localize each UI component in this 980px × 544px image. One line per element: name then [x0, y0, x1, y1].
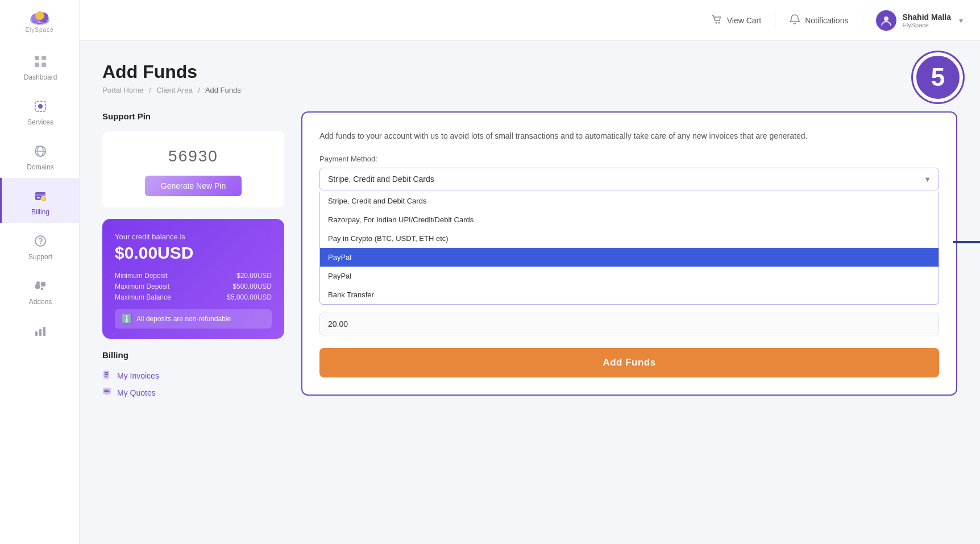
- support-icon: [31, 232, 49, 250]
- domains-icon: www: [31, 142, 49, 160]
- page-content-area: 5 Add Funds Portal Home / Client Area / …: [80, 41, 980, 544]
- sidebar-nav: Dashboard Services www: [0, 43, 79, 350]
- sidebar-logo: ElySpace: [0, 0, 79, 43]
- refund-notice-text: All deposits are non-refundable: [136, 315, 231, 323]
- arrow-line: [953, 241, 980, 243]
- info-icon: ℹ️: [122, 314, 132, 324]
- svg-rect-33: [105, 372, 108, 373]
- sidebar-item-services[interactable]: Services: [0, 88, 79, 133]
- logo-label: ElySpace: [25, 27, 53, 33]
- svg-rect-34: [105, 374, 108, 375]
- max-deposit-label: Maximum Deposit: [115, 283, 169, 290]
- svg-point-21: [40, 243, 41, 244]
- my-invoices-link[interactable]: My Invoices: [102, 370, 284, 381]
- sidebar-item-label-billing: Billing: [31, 208, 49, 216]
- sidebar-item-label-domains: Domains: [27, 163, 53, 171]
- dropdown-option-razorpay[interactable]: Razorpay, For Indian UPI/Credit/Debit Ca…: [320, 210, 939, 229]
- dropdown-option-crypto[interactable]: Pay in Crypto (BTC, USDT, ETH etc): [320, 229, 939, 248]
- cart-icon: [711, 14, 722, 27]
- user-text-block: Shahid Malla ElySpace: [902, 13, 951, 28]
- breadcrumb: Portal Home / Client Area / Add Funds: [102, 86, 957, 94]
- my-invoices-label: My Invoices: [117, 371, 159, 380]
- two-col-layout: Support Pin 56930 Generate New Pin Your …: [102, 111, 957, 404]
- dropdown-option-bank[interactable]: Bank Transfer: [320, 285, 939, 304]
- user-avatar: [876, 10, 896, 31]
- credit-balance-card: Your credit balance is $0.00USD Minimum …: [102, 219, 284, 339]
- notifications-action[interactable]: Notifications: [789, 14, 848, 27]
- user-name: Shahid Malla: [902, 13, 951, 22]
- sidebar-item-label-dashboard: Dashboard: [24, 73, 57, 81]
- generate-pin-button[interactable]: Generate New Pin: [145, 176, 242, 196]
- svg-rect-26: [35, 331, 38, 336]
- sidebar: ElySpace Dashboard S: [0, 0, 80, 544]
- svg-rect-5: [41, 56, 46, 60]
- max-deposit-row: Maximum Deposit $500.00USD: [115, 283, 272, 290]
- svg-point-29: [715, 22, 717, 24]
- dropdown-option-paypal-selected[interactable]: PayPal: [320, 248, 939, 267]
- billing-section-label: Billing: [102, 350, 284, 360]
- amount-input[interactable]: [319, 313, 939, 335]
- sidebar-item-dashboard[interactable]: Dashboard: [0, 43, 79, 88]
- balance-amount: $0.00USD: [115, 243, 272, 263]
- support-pin-label: Support Pin: [102, 111, 284, 121]
- payment-method-dropdown[interactable]: Stripe, Credit and Debit Cards Razorpay,…: [319, 168, 939, 190]
- user-menu[interactable]: Shahid Malla ElySpace ▾: [876, 10, 963, 31]
- breadcrumb-current: Add Funds: [205, 86, 241, 94]
- min-deposit-value: $20.00USD: [236, 272, 272, 280]
- add-funds-button[interactable]: Add Funds: [319, 348, 939, 377]
- main-content: View Cart Notifications Shahid Malla: [80, 0, 980, 544]
- svg-rect-17: [37, 197, 40, 198]
- svg-rect-7: [41, 63, 46, 67]
- sidebar-item-label-addons: Addons: [29, 298, 52, 306]
- breadcrumb-client-area[interactable]: Client Area: [156, 86, 193, 94]
- services-icon: [31, 97, 49, 115]
- sidebar-item-support[interactable]: Support: [0, 223, 79, 268]
- breadcrumb-sep-1: /: [149, 86, 151, 94]
- my-quotes-label: My Quotes: [117, 388, 156, 397]
- my-quotes-link[interactable]: My Quotes: [102, 387, 284, 398]
- billing-icon: $: [31, 187, 49, 205]
- sidebar-item-addons[interactable]: Addons: [0, 268, 79, 313]
- logo-icon: [27, 10, 52, 26]
- payment-method-select[interactable]: Stripe, Credit and Debit Cards Razorpay,…: [319, 168, 939, 190]
- dropdown-list-open: Stripe, Credit and Debit Cards Razorpay,…: [319, 192, 939, 305]
- pin-number: 56930: [114, 147, 273, 165]
- sidebar-item-label-services: Services: [27, 118, 53, 126]
- breadcrumb-portal-home[interactable]: Portal Home: [102, 86, 143, 94]
- svg-point-31: [884, 16, 888, 21]
- badge-number: 5: [913, 52, 963, 102]
- dropdown-option-stripe[interactable]: Stripe, Credit and Debit Cards: [320, 192, 939, 210]
- sidebar-item-billing[interactable]: $ Billing: [0, 178, 79, 223]
- header-divider-2: [862, 13, 862, 28]
- max-balance-value: $5,000.00USD: [227, 293, 272, 301]
- sidebar-item-analytics[interactable]: [0, 313, 79, 350]
- svg-point-3: [35, 11, 44, 20]
- invoice-icon: [102, 370, 111, 381]
- balance-label: Your credit balance is: [115, 232, 272, 241]
- svg-rect-28: [43, 327, 45, 336]
- svg-point-25: [36, 281, 40, 285]
- min-deposit-label: Minimum Deposit: [115, 272, 168, 280]
- sidebar-item-domains[interactable]: www Domains: [0, 133, 79, 178]
- svg-rect-24: [41, 288, 43, 290]
- breadcrumb-sep-2: /: [198, 86, 200, 94]
- user-company: ElySpace: [902, 22, 951, 28]
- header-divider-1: [775, 13, 775, 28]
- dashboard-icon: [31, 52, 49, 70]
- svg-point-30: [718, 22, 720, 24]
- logo[interactable]: ElySpace: [24, 10, 55, 33]
- sidebar-item-label-support: Support: [28, 253, 52, 261]
- view-cart-action[interactable]: View Cart: [711, 14, 761, 27]
- min-deposit-row: Minimum Deposit $20.00USD: [115, 272, 272, 280]
- payment-description: Add funds to your account with us to avo…: [319, 130, 939, 142]
- dropdown-option-paypal-2[interactable]: PayPal: [320, 267, 939, 285]
- support-pin-box: 56930 Generate New Pin: [102, 131, 284, 207]
- arrow-indicator: [953, 236, 980, 248]
- svg-rect-35: [105, 376, 107, 377]
- svg-rect-22: [35, 284, 40, 289]
- page-title: Add Funds: [102, 61, 957, 82]
- svg-rect-36: [103, 388, 111, 394]
- refund-notice: ℹ️ All deposits are non-refundable: [115, 309, 272, 329]
- max-balance-row: Maximum Balance $5,000.00USD: [115, 293, 272, 301]
- analytics-icon: [31, 322, 49, 340]
